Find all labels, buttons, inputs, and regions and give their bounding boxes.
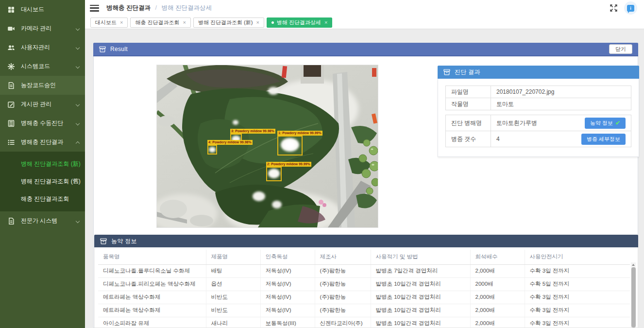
result-panel-header: Result 닫기 bbox=[93, 43, 638, 56]
info-bubble-icon[interactable]: i bbox=[624, 1, 637, 15]
table-cell: 보통독성(III) bbox=[260, 317, 315, 328]
table-cell: (주)팜한농 bbox=[315, 291, 371, 304]
pesticide-info-button[interactable]: 농약 정보✔ bbox=[585, 118, 626, 129]
check-icon: ✔ bbox=[615, 120, 620, 126]
table-cell: 배팅 bbox=[206, 264, 260, 277]
row-value: 4 bbox=[496, 136, 500, 142]
table-row: 디페노코나졸.피리오페논 액상수화제옵션저독성(IV)(주)팜한농발병초 10일… bbox=[98, 277, 630, 291]
column-header: 인축독성 bbox=[260, 250, 315, 264]
manual-diagnosis-icon bbox=[7, 120, 15, 127]
close-button[interactable]: 닫기 bbox=[609, 44, 632, 54]
table-header-row: 품목명제품명인축독성제조사사용적기 및 방법희석배수사용안전시기 bbox=[98, 250, 630, 264]
sidebar-subitem[interactable]: 해충 진단결과조회 bbox=[0, 190, 85, 207]
table-row: 메트라페논 액상수화제비반도저독성(IV)(주)팜한농발병초 10일간격 경엽처… bbox=[98, 291, 630, 304]
table-cell: 수확 3일 전까지 bbox=[525, 291, 630, 304]
tab-2[interactable]: 해충 진단결과조회× bbox=[130, 17, 191, 28]
sidebar-item-label: 게시판 관리 bbox=[21, 100, 51, 108]
sidebar-item[interactable]: 시스템코드 bbox=[0, 57, 85, 76]
scrollbar-thumb[interactable] bbox=[631, 267, 636, 328]
table-cell: 아이소피라잠 유제 bbox=[98, 317, 206, 328]
pesticide-panel: 농약 정보 품목명제품명인축독성제조사사용적기 및 방법희석배수사용안전시기디페… bbox=[94, 235, 638, 328]
table-row: 진단 병해명토마토흰가루병농약 정보✔ bbox=[446, 115, 631, 131]
table-cell: 메트라페논 액상수화제 bbox=[98, 304, 206, 317]
row-label: 파일명 bbox=[446, 86, 491, 98]
tab-close-icon[interactable]: × bbox=[324, 20, 327, 25]
farm-code-icon bbox=[7, 82, 15, 89]
sidebar-item[interactable]: 게시판 관리 bbox=[0, 95, 85, 114]
tab-label: 대시보드 bbox=[95, 19, 117, 26]
table-row: 디페노코나졸.플루디옥소닐 수화제배팅저독성(IV)(주)팜한농발병초 7일간격… bbox=[98, 264, 630, 277]
detection-box bbox=[266, 167, 282, 181]
sidebar: 대시보드카메라 관리사용자관리시스템코드농장코드승인게시판 관리병해충 수동진단… bbox=[0, 0, 85, 328]
menu-toggle-icon[interactable] bbox=[90, 5, 99, 12]
scroll-up-icon[interactable] bbox=[632, 264, 635, 266]
table-cell: 디페노코나졸.플루디옥소닐 수화제 bbox=[98, 264, 206, 277]
row-label: 진단 병해명 bbox=[446, 115, 491, 131]
column-header: 제품명 bbox=[206, 250, 260, 264]
sidebar-item-label: 전문가 시스템 bbox=[21, 217, 57, 225]
sidebar-subitem[interactable]: 병해 진단결과조회 (舊) bbox=[0, 173, 85, 190]
table-row: 병증 갯수4병증 세부정보 bbox=[446, 131, 631, 147]
main-area: 병해충 진단결과 / 병해 진단결과상세 i 대시보드×해충 진단결과조회×병해… bbox=[85, 0, 644, 328]
row-value: 토마토 bbox=[491, 98, 631, 110]
detection-box bbox=[277, 136, 303, 155]
table-cell: 2,000배 bbox=[470, 304, 525, 317]
chevron-down-icon bbox=[76, 26, 80, 30]
table-cell: 2000배 bbox=[470, 277, 525, 291]
tab-3[interactable]: 병해 진단결과조회 (新)× bbox=[193, 17, 264, 28]
tab-close-icon[interactable]: × bbox=[120, 20, 123, 25]
archive-box-icon bbox=[443, 69, 450, 75]
table-cell: 수확 3일 전까지 bbox=[525, 264, 630, 277]
sidebar-item[interactable]: 카메라 관리 bbox=[0, 19, 85, 38]
pesticide-panel-title: 농약 정보 bbox=[111, 237, 137, 245]
chevron-up-icon bbox=[76, 141, 80, 145]
active-dot-icon bbox=[271, 21, 274, 24]
users-icon bbox=[7, 44, 15, 52]
breadcrumb-section: 병해충 진단결과 bbox=[106, 4, 151, 11]
sidebar-item[interactable]: 전문가 시스템 bbox=[0, 211, 85, 230]
diagnosis-card: 파일명20180107_220702.jpg작물명토마토 진단 병해명토마토흰가… bbox=[438, 79, 639, 157]
result-panel: Result 닫기 bbox=[93, 43, 638, 328]
breadcrumb-separator: / bbox=[155, 4, 156, 11]
tab-close-icon[interactable]: × bbox=[183, 20, 186, 25]
table-cell: 저독성(IV) bbox=[260, 277, 315, 291]
sidebar-item[interactable]: 대시보드 bbox=[0, 0, 85, 19]
table-cell: 저독성(IV) bbox=[260, 304, 315, 317]
sidebar-subitem[interactable]: 병해 진단결과조회 (新) bbox=[0, 155, 85, 173]
fullscreen-icon[interactable] bbox=[610, 4, 618, 12]
table-cell: 발병초 10일간격 경엽처리 bbox=[371, 304, 470, 317]
sidebar-item[interactable]: 병해충 수동진단 bbox=[0, 114, 85, 133]
chevron-down-icon bbox=[76, 219, 80, 223]
breadcrumb-current: 병해 진단결과상세 bbox=[161, 4, 211, 11]
sidebar-item[interactable]: 병해충 진단결과 bbox=[0, 133, 85, 152]
column-header: 품목명 bbox=[98, 250, 206, 264]
table-row: 아이소피라잠 유제새나리보통독성(III)신젠타코리아(주)발병초 10일간격 … bbox=[98, 317, 630, 328]
sidebar-item[interactable]: 사용자관리 bbox=[0, 38, 85, 57]
archive-box-icon bbox=[100, 238, 107, 244]
dashboard-icon bbox=[7, 6, 15, 14]
diagnosis-panel: 진단 결과 파일명20180107_220702.jpg작물명토마토 진단 병해… bbox=[438, 66, 639, 157]
expert-system-icon bbox=[7, 217, 15, 225]
tab-label: 병해 진단결과상세 bbox=[277, 19, 321, 26]
table-cell: (주)팜한농 bbox=[315, 304, 371, 317]
detection-label: 4: Powdery mildew 99.98% bbox=[207, 140, 253, 145]
column-header: 사용안전시기 bbox=[525, 250, 630, 264]
sidebar-item-label: 병해충 수동진단 bbox=[21, 119, 63, 127]
table-cell: 저독성(IV) bbox=[260, 264, 315, 277]
symptom-detail-button[interactable]: 병증 세부정보 bbox=[581, 134, 626, 145]
table-cell: 2,000배 bbox=[470, 291, 525, 304]
row-label: 병증 갯수 bbox=[446, 131, 491, 147]
table-cell: 디페노코나졸.피리오페논 액상수화제 bbox=[98, 277, 206, 291]
table-row: 파일명20180107_220702.jpg bbox=[446, 86, 631, 98]
result-panel-title: Result bbox=[110, 46, 128, 52]
sidebar-item[interactable]: 농장코드승인 bbox=[0, 76, 85, 95]
table-cell: (주)팜한농 bbox=[315, 264, 371, 277]
tab-1[interactable]: 대시보드× bbox=[90, 17, 128, 28]
table-scrollbar[interactable] bbox=[631, 262, 636, 328]
annotation-layer: 1: Powdery mildew 99.99%2: Powdery milde… bbox=[157, 65, 378, 227]
tab-close-icon[interactable]: × bbox=[256, 20, 259, 25]
tab-label: 해충 진단결과조회 bbox=[135, 19, 179, 26]
tab-4[interactable]: 병해 진단결과상세× bbox=[267, 17, 333, 28]
sidebar-item-label: 카메라 관리 bbox=[21, 24, 51, 33]
diagnosis-info-table: 파일명20180107_220702.jpg작물명토마토 bbox=[445, 86, 631, 110]
